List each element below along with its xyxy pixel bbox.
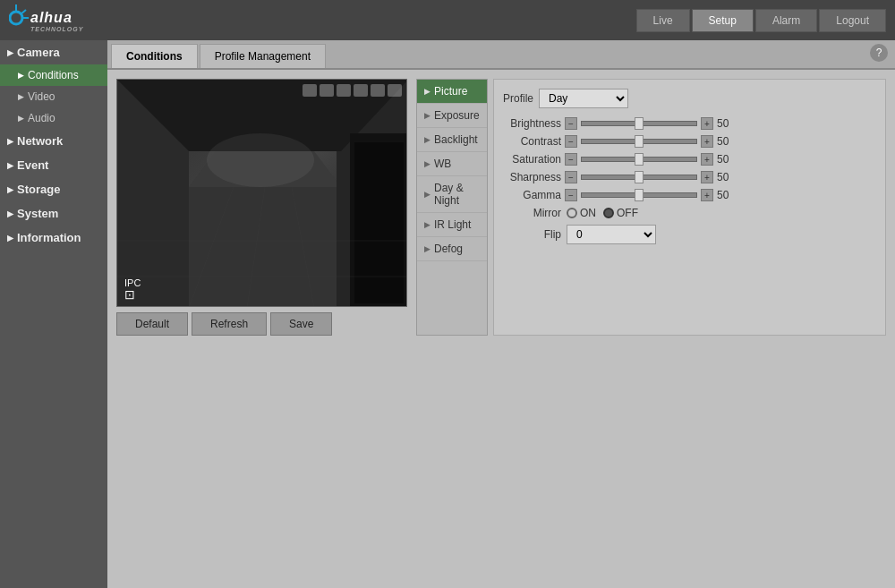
default-button[interactable]: Default <box>116 312 188 336</box>
gamma-minus[interactable]: − <box>565 189 577 201</box>
contrast-plus[interactable]: + <box>701 135 713 148</box>
alarm-button[interactable]: Alarm <box>755 9 817 32</box>
contrast-thumb[interactable] <box>635 135 644 148</box>
header: alhua TECHNOLOGY Live Setup Alarm Logout <box>0 0 895 40</box>
mirror-on-radio[interactable] <box>567 208 577 218</box>
sidebar-section-camera[interactable]: ▶ Camera <box>0 40 107 64</box>
save-button[interactable]: Save <box>270 312 332 336</box>
sidebar-item-audio[interactable]: ▶ Audio <box>0 107 107 129</box>
ir-light-menu-label: IR Light <box>434 218 471 231</box>
menu-item-picture[interactable]: ▶ Picture <box>417 80 487 104</box>
video-arrow: ▶ <box>18 92 24 101</box>
backlight-arrow-icon: ▶ <box>424 135 430 144</box>
sidebar-section-information[interactable]: ▶ Information <box>0 226 107 250</box>
saturation-track[interactable] <box>581 157 697 162</box>
brightness-plus[interactable]: + <box>701 117 713 130</box>
saturation-row: Saturation − + 50 <box>503 153 876 166</box>
mirror-on-option[interactable]: ON <box>567 207 596 219</box>
brightness-track[interactable] <box>581 121 697 126</box>
menu-item-ir-light[interactable]: ▶ IR Light <box>417 213 487 237</box>
tab-profile-management[interactable]: Profile Management <box>200 44 326 68</box>
saturation-thumb[interactable] <box>635 153 644 166</box>
tabs-bar: Conditions Profile Management <box>107 40 895 70</box>
gamma-value: 50 <box>717 189 739 201</box>
svg-line-2 <box>21 10 26 14</box>
sidebar: ▶ Camera ▶ Conditions ▶ Video ▶ Audio ▶ … <box>0 40 107 588</box>
network-label: Network <box>17 134 63 148</box>
svg-text:TECHNOLOGY: TECHNOLOGY <box>30 26 84 32</box>
menu-item-defog[interactable]: ▶ Defog <box>417 237 487 261</box>
menu-item-day-night[interactable]: ▶ Day & Night <box>417 176 487 213</box>
sidebar-section-event[interactable]: ▶ Event <box>0 153 107 177</box>
logout-button[interactable]: Logout <box>819 9 886 32</box>
system-arrow: ▶ <box>7 209 13 218</box>
flip-select[interactable]: 0 90 180 270 <box>567 225 656 244</box>
flip-label: Flip <box>503 228 561 241</box>
brightness-row: Brightness − + 50 <box>503 117 876 130</box>
contrast-track[interactable] <box>581 139 697 144</box>
content-area: Conditions Profile Management ? <box>107 40 895 588</box>
mirror-on-label: ON <box>580 207 596 219</box>
sharpness-thumb[interactable] <box>635 171 644 183</box>
menu-item-wb[interactable]: ▶ WB <box>417 152 487 176</box>
setup-button[interactable]: Setup <box>692 9 754 32</box>
sidebar-section-system[interactable]: ▶ System <box>0 201 107 226</box>
picture-menu: ▶ Picture ▶ Exposure ▶ Backlight ▶ WB <box>416 79 488 336</box>
day-night-menu-label: Day & Night <box>434 182 480 207</box>
refresh-button[interactable]: Refresh <box>192 312 267 336</box>
network-arrow: ▶ <box>7 137 13 146</box>
system-label: System <box>17 207 58 220</box>
mirror-off-option[interactable]: OFF <box>603 207 638 219</box>
gamma-row: Gamma − + 50 <box>503 189 876 201</box>
conditions-arrow: ▶ <box>18 71 24 80</box>
sharpness-minus[interactable]: − <box>565 171 577 183</box>
wb-arrow-icon: ▶ <box>424 159 430 168</box>
saturation-plus[interactable]: + <box>701 153 713 166</box>
contrast-minus[interactable]: − <box>565 135 577 148</box>
exposure-arrow-icon: ▶ <box>424 111 430 120</box>
cam-control-5[interactable] <box>371 84 385 97</box>
profile-row: Profile Day Night Normal <box>503 89 876 108</box>
brightness-label: Brightness <box>503 117 561 130</box>
sharpness-track[interactable] <box>581 175 697 180</box>
cam-control-6[interactable] <box>388 84 402 97</box>
brightness-minus[interactable]: − <box>565 117 577 130</box>
saturation-minus[interactable]: − <box>565 153 577 166</box>
cam-control-3[interactable] <box>337 84 351 97</box>
menu-item-backlight[interactable]: ▶ Backlight <box>417 128 487 152</box>
information-arrow: ▶ <box>7 234 13 243</box>
saturation-label: Saturation <box>503 153 561 166</box>
backlight-menu-label: Backlight <box>434 133 478 146</box>
profile-select[interactable]: Day Night Normal <box>539 89 628 108</box>
defog-menu-label: Defog <box>434 243 463 255</box>
help-icon[interactable]: ? <box>870 44 888 62</box>
cam-control-4[interactable] <box>354 84 368 97</box>
live-button[interactable]: Live <box>636 9 690 32</box>
storage-label: Storage <box>17 183 60 196</box>
record-icon: ⊡ <box>124 287 135 302</box>
button-row: Default Refresh Save <box>116 312 407 336</box>
sidebar-item-video[interactable]: ▶ Video <box>0 86 107 107</box>
gamma-track[interactable] <box>581 192 697 198</box>
gamma-plus[interactable]: + <box>701 189 713 201</box>
sidebar-item-conditions[interactable]: ▶ Conditions <box>0 64 107 86</box>
wb-menu-label: WB <box>434 158 451 170</box>
tab-conditions[interactable]: Conditions <box>111 44 198 68</box>
settings-panel: ▶ Picture ▶ Exposure ▶ Backlight ▶ WB <box>416 79 886 336</box>
sharpness-plus[interactable]: + <box>701 171 713 183</box>
gamma-thumb[interactable] <box>635 189 644 201</box>
main-layout: ▶ Camera ▶ Conditions ▶ Video ▶ Audio ▶ … <box>0 40 895 588</box>
sidebar-section-network[interactable]: ▶ Network <box>0 129 107 153</box>
defog-arrow-icon: ▶ <box>424 244 430 253</box>
svg-text:alhua: alhua <box>30 10 72 25</box>
nav-buttons: Live Setup Alarm Logout <box>636 9 886 32</box>
picture-arrow-icon: ▶ <box>424 87 430 96</box>
sidebar-section-storage[interactable]: ▶ Storage <box>0 177 107 201</box>
cam-control-2[interactable] <box>320 84 334 97</box>
camera-controls-overlay <box>303 84 402 97</box>
brightness-thumb[interactable] <box>635 117 644 130</box>
menu-item-exposure[interactable]: ▶ Exposure <box>417 104 487 128</box>
cam-control-1[interactable] <box>303 84 317 97</box>
mirror-off-radio[interactable] <box>603 208 614 218</box>
mirror-radio-group: ON OFF <box>567 207 638 219</box>
